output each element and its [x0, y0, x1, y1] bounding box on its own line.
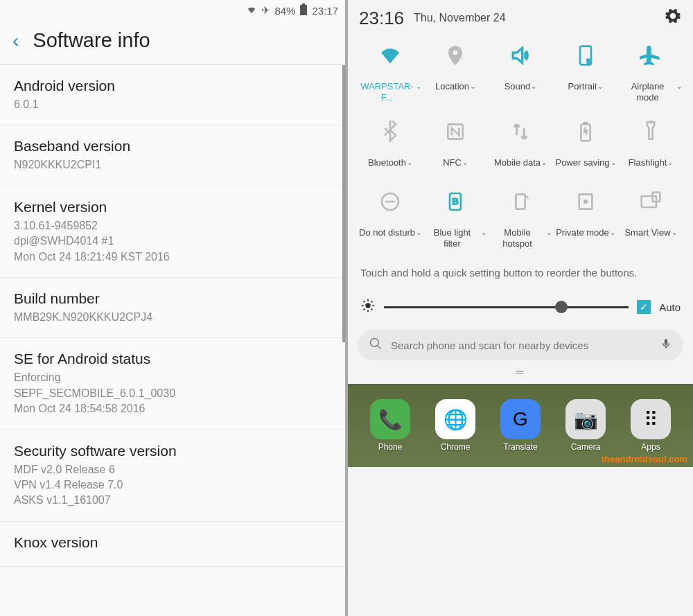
svg-rect-6 — [584, 123, 587, 125]
home-app-apps[interactable]: ⠿Apps — [631, 399, 671, 452]
qs-tile-private[interactable] — [553, 182, 618, 221]
home-app-camera[interactable]: 📷Camera — [565, 399, 606, 452]
qs-tile-hotspot[interactable] — [488, 182, 553, 221]
scrollbar[interactable] — [342, 65, 345, 342]
qs-tile-label[interactable]: Power saving⌄ — [554, 155, 617, 182]
qs-tile-label[interactable]: Location⌄ — [434, 78, 477, 106]
qs-hint: Touch and hold a quick setting button to… — [348, 258, 693, 292]
airplane-icon — [618, 36, 683, 75]
airplane-icon: ✈ — [261, 4, 270, 17]
info-value: MDF v2.0 Release 6 VPN v1.4 Release 7.0 … — [14, 462, 331, 509]
qs-tile-label[interactable]: Blue light filter⌄ — [423, 225, 488, 258]
info-item[interactable]: Knox version — [0, 522, 345, 567]
info-label: Android version — [14, 78, 331, 94]
qs-header: 23:16 Thu, November 24 — [348, 0, 693, 36]
qs-tile-mobile-data[interactable] — [488, 112, 553, 151]
chevron-down-icon: ⌄ — [462, 159, 468, 167]
info-value: MMB29K.N920KKKU2CPJ4 — [14, 310, 331, 325]
svg-line-22 — [371, 309, 373, 310]
qs-tile-label[interactable]: WARPSTAR-F...⌄ — [358, 78, 423, 112]
chrome-icon: 🌐 — [435, 399, 475, 439]
qs-tile-label[interactable]: Private mode⌄ — [554, 225, 617, 252]
chevron-down-icon: ⌄ — [610, 229, 615, 237]
drag-handle[interactable]: ═ — [348, 360, 693, 384]
chevron-down-icon: ⌄ — [667, 159, 673, 167]
home-app-label: Chrome — [441, 442, 471, 452]
apps-icon: ⠿ — [631, 399, 671, 439]
auto-brightness-checkbox[interactable]: ✓ — [637, 300, 651, 314]
home-app-translate[interactable]: GTranslate — [500, 399, 541, 452]
info-list[interactable]: Android version6.0.1Baseband versionN920… — [0, 65, 345, 613]
qs-tile-flashlight[interactable] — [618, 112, 683, 151]
home-app-chrome[interactable]: 🌐Chrome — [435, 399, 475, 452]
qs-tile-label[interactable]: Mobile data⌄ — [493, 155, 548, 182]
chevron-down-icon: ⌄ — [672, 229, 677, 237]
auto-label: Auto — [659, 301, 681, 313]
qs-tile-portrait[interactable] — [553, 36, 618, 75]
qs-tile-nfc[interactable] — [423, 112, 488, 151]
chevron-down-icon: ⌄ — [541, 159, 547, 167]
brightness-slider[interactable] — [384, 306, 629, 308]
qs-tile-power-saving[interactable] — [553, 112, 618, 151]
chevron-down-icon: ⌄ — [470, 82, 475, 91]
quick-settings-panel: 23:16 Thu, November 24 WARPSTAR-F...⌄Loc… — [348, 0, 693, 616]
qs-tile-label[interactable]: Smart View⌄ — [623, 225, 678, 252]
qs-tile-label[interactable]: Do not disturb⌄ — [358, 225, 423, 252]
info-value: 3.10.61-9459852 dpi@SWHD4014 #1 Mon Oct … — [14, 218, 331, 265]
battery-icon — [299, 3, 308, 18]
dnd-icon — [358, 182, 423, 221]
qs-tile-smart-view[interactable] — [618, 182, 683, 221]
hotspot-icon — [488, 182, 553, 221]
search-bar[interactable] — [358, 330, 683, 360]
info-item[interactable]: Kernel version3.10.61-9459852 dpi@SWHD40… — [0, 186, 345, 278]
qs-tile-label[interactable]: Flashlight⌄ — [627, 155, 675, 182]
svg-text:B: B — [452, 196, 459, 206]
brightness-icon — [360, 298, 376, 316]
mic-icon[interactable] — [660, 337, 672, 353]
svg-rect-11 — [516, 195, 525, 209]
qs-tile-dnd[interactable] — [358, 182, 423, 221]
info-item[interactable]: Android version6.0.1 — [0, 65, 345, 125]
svg-line-26 — [378, 346, 381, 349]
qs-tile-bluetooth[interactable] — [358, 112, 423, 151]
qs-tile-label[interactable]: Bluetooth⌄ — [367, 155, 414, 182]
qs-tile-label[interactable]: Sound⌄ — [503, 78, 538, 106]
qs-tile-label[interactable]: Mobile hotspot⌄ — [488, 225, 553, 258]
info-label: Baseband version — [14, 138, 331, 155]
info-item[interactable]: Baseband versionN920KKKU2CPI1 — [0, 125, 345, 186]
flashlight-icon — [618, 112, 683, 151]
slider-thumb[interactable] — [555, 301, 568, 313]
qs-tile-location[interactable] — [423, 36, 488, 75]
qs-tile-label[interactable]: Portrait⌄ — [567, 78, 605, 106]
info-item[interactable]: Build numberMMB29K.N920KKKU2CPJ4 — [0, 278, 345, 338]
qs-tile-airplane[interactable] — [618, 36, 683, 75]
qs-tile-wifi[interactable] — [358, 36, 423, 75]
location-icon — [423, 36, 488, 75]
gear-icon[interactable] — [664, 7, 682, 29]
info-item[interactable]: Security software versionMDF v2.0 Releas… — [0, 430, 345, 522]
qs-grid: WARPSTAR-F...⌄Location⌄Sound⌄Portrait⌄Ai… — [348, 36, 693, 258]
info-label: SE for Android status — [14, 351, 331, 367]
chevron-down-icon: ⌄ — [597, 82, 603, 91]
sound-icon — [488, 36, 553, 75]
chevron-down-icon: ⌄ — [531, 82, 536, 91]
info-item[interactable]: SE for Android statusEnforcing SEPF_SECM… — [0, 338, 345, 430]
qs-tile-label[interactable]: Airplane mode⌄ — [618, 78, 683, 112]
qs-tile-sound[interactable] — [488, 36, 553, 75]
home-app-label: Translate — [503, 442, 538, 452]
search-input[interactable] — [391, 340, 651, 351]
back-icon[interactable]: ‹ — [12, 30, 19, 52]
chevron-down-icon: ⌄ — [416, 82, 421, 91]
phone-icon: 📞 — [370, 399, 410, 439]
svg-point-16 — [365, 303, 370, 308]
svg-line-24 — [371, 301, 373, 303]
home-app-label: Camera — [571, 442, 601, 452]
info-label: Build number — [14, 290, 331, 307]
home-app-phone[interactable]: 📞Phone — [370, 399, 410, 452]
smart-view-icon — [618, 182, 683, 221]
info-label: Security software version — [14, 443, 331, 459]
qs-tile-blue-light[interactable]: B — [423, 182, 488, 221]
qs-tile-label[interactable]: NFC⌄ — [441, 155, 469, 182]
home-app-label: Phone — [378, 442, 403, 452]
nfc-icon — [423, 112, 488, 151]
